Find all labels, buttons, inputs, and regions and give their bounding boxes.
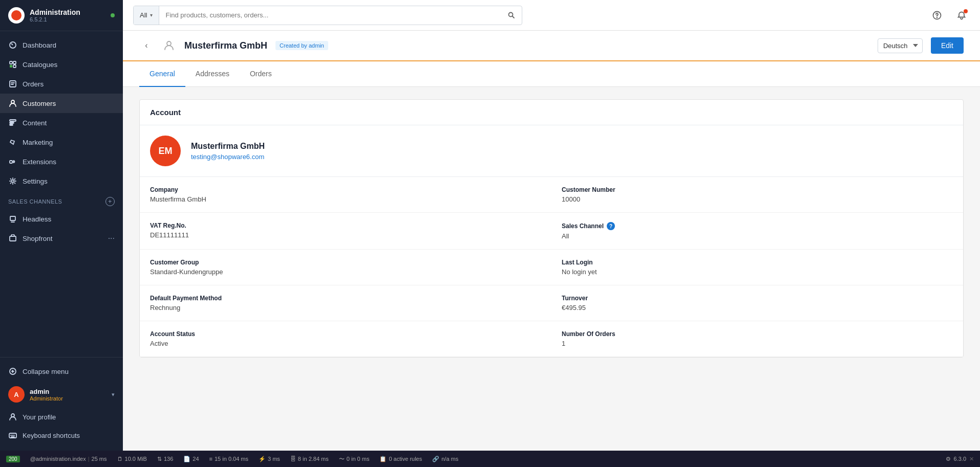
keyboard-icon <box>8 431 17 440</box>
db-item: 🗄 8 in 2.84 ms <box>290 456 329 462</box>
collapse-menu-button[interactable]: Collapse menu <box>0 362 123 381</box>
sidebar-item-label: Marketing <box>23 139 53 146</box>
help-button[interactable] <box>929 7 945 24</box>
svg-rect-5 <box>10 81 16 87</box>
keyboard-shortcuts-link[interactable]: Keyboard shortcuts <box>0 426 123 444</box>
sidebar-item-label: Catalogues <box>23 61 57 69</box>
svg-rect-1 <box>10 61 12 64</box>
content-icon <box>8 118 17 127</box>
search-wrapper: All ▾ <box>133 6 522 25</box>
user-menu[interactable]: A admin Administrator ▾ <box>0 381 123 408</box>
search-input[interactable] <box>159 6 501 25</box>
user-info: admin Administrator <box>30 388 106 402</box>
customer-group-value: Standard-Kundengruppe <box>150 268 541 276</box>
your-profile-link[interactable]: Your profile <box>0 408 123 426</box>
route-item: @administration.index | 25 ms <box>30 456 107 462</box>
count1-value: 136 <box>164 456 173 462</box>
customer-group-label: Customer group <box>150 259 541 266</box>
sales-channel-label-wrapper: Sales Channel ? <box>562 222 953 230</box>
tab-general[interactable]: General <box>139 61 185 87</box>
sidebar-item-extensions[interactable]: Extensions <box>0 152 123 171</box>
queue2-value: 3 ms <box>268 456 280 462</box>
user-name: admin <box>30 388 106 395</box>
vat-detail: VAT Reg.No. DE11111111 <box>140 213 551 250</box>
sidebar-header: Administration 6.5.2.1 <box>0 0 123 31</box>
async-value: 0 in 0 ms <box>347 456 370 462</box>
rules-value: 0 active rules <box>389 456 422 462</box>
sidebar-item-settings[interactable]: Settings <box>0 171 123 191</box>
sidebar-item-headless[interactable]: Headless <box>0 209 123 229</box>
app-logo <box>8 7 25 24</box>
page-title: Musterfirma GmbH <box>184 40 267 51</box>
svg-rect-7 <box>10 120 16 121</box>
tabs-bar: General Addresses Orders <box>123 61 980 87</box>
tab-orders[interactable]: Orders <box>240 61 282 87</box>
svg-rect-13 <box>10 236 16 241</box>
company-email[interactable]: testing@shopware6.com <box>191 153 265 161</box>
file-icon: 📄 <box>183 456 190 462</box>
svg-point-15 <box>11 414 14 417</box>
time1-value: 25 ms <box>92 456 107 462</box>
search-button[interactable] <box>501 6 522 25</box>
arrows-icon: ⇅ <box>157 456 162 462</box>
add-sales-channel-icon[interactable]: + <box>105 197 115 206</box>
rules-item: 📋 0 active rules <box>379 456 422 462</box>
number-of-orders-value: 1 <box>562 340 953 347</box>
sales-channels-section: Sales Channels + <box>0 191 123 209</box>
account-profile: EM Musterfirma GmbH testing@shopware6.co… <box>140 125 963 176</box>
company-value: Musterfirma GmbH <box>150 195 541 203</box>
sidebar-item-orders[interactable]: Orders <box>0 74 123 94</box>
svg-point-19 <box>937 17 938 17</box>
collapse-icon <box>8 367 17 376</box>
notification-button[interactable] <box>953 7 970 24</box>
svg-point-11 <box>12 180 14 183</box>
sidebar-bottom: Collapse menu A admin Administrator ▾ Yo… <box>0 357 123 451</box>
tab-addresses[interactable]: Addresses <box>185 61 240 87</box>
page-header: ‹ Musterfirma GmbH Created by admin Deut… <box>123 31 980 61</box>
marketing-icon <box>8 138 17 147</box>
nma-value: n/a ms <box>441 456 458 462</box>
sidebar-item-customers[interactable]: Customers <box>0 94 123 113</box>
footer-link-label: Your profile <box>23 413 56 421</box>
sales-channel-value: All <box>562 232 953 240</box>
sidebar-item-catalogues[interactable]: Catalogues <box>0 55 123 74</box>
footer-links: Your profile Keyboard shortcuts <box>0 408 123 447</box>
sales-channel-detail: Sales Channel ? All <box>551 213 963 250</box>
sidebar-item-content[interactable]: Content <box>0 113 123 132</box>
shopfront-icon <box>8 234 17 243</box>
company-detail: Company Musterfirma GmbH <box>140 177 551 213</box>
svg-rect-8 <box>10 122 14 123</box>
count1-item: ⇅ 136 <box>157 456 173 462</box>
language-select[interactable]: Deutsch English <box>878 38 923 53</box>
sidebar-item-dashboard[interactable]: Dashboard <box>0 35 123 55</box>
edit-button[interactable]: Edit <box>931 37 964 54</box>
sidebar-item-label: Orders <box>23 80 44 88</box>
queue-value: 15 in 0.04 ms <box>215 456 248 462</box>
account-status-label: Account status <box>150 330 541 338</box>
version-badge: ⚙ 6.3.0 ✕ <box>946 456 974 462</box>
svg-rect-4 <box>13 65 16 68</box>
last-login-detail: Last login No login yet <box>551 250 963 285</box>
content-area: General Addresses Orders Account EM Must… <box>123 61 980 451</box>
svg-point-20 <box>167 41 171 46</box>
sidebar-item-label: Headless <box>23 215 51 223</box>
back-button[interactable]: ‹ <box>139 38 154 53</box>
number-of-orders-detail: Number of orders 1 <box>551 321 963 357</box>
search-filter-button[interactable]: All ▾ <box>134 6 159 25</box>
sales-channel-info-icon[interactable]: ? <box>607 222 615 230</box>
db-value: 8 in 2.84 ms <box>298 456 329 462</box>
sidebar-item-label: Shopfront <box>23 235 53 242</box>
sidebar-item-label: Settings <box>23 177 48 185</box>
account-card-title: Account <box>150 108 181 117</box>
user-role: Administrator <box>30 395 106 402</box>
sidebar-item-marketing[interactable]: Marketing <box>0 132 123 152</box>
queue2-item: ⚡ 3 ms <box>259 456 280 462</box>
topbar-actions <box>929 7 970 24</box>
svg-rect-12 <box>10 216 15 220</box>
nma-icon: 🔗 <box>432 456 439 462</box>
sidebar-item-shopfront[interactable]: Shopfront ··· <box>0 229 123 248</box>
last-login-label: Last login <box>562 259 953 266</box>
customer-number-value: 10000 <box>562 195 953 203</box>
account-card-header: Account <box>140 100 963 125</box>
close-icon[interactable]: ✕ <box>969 456 974 462</box>
